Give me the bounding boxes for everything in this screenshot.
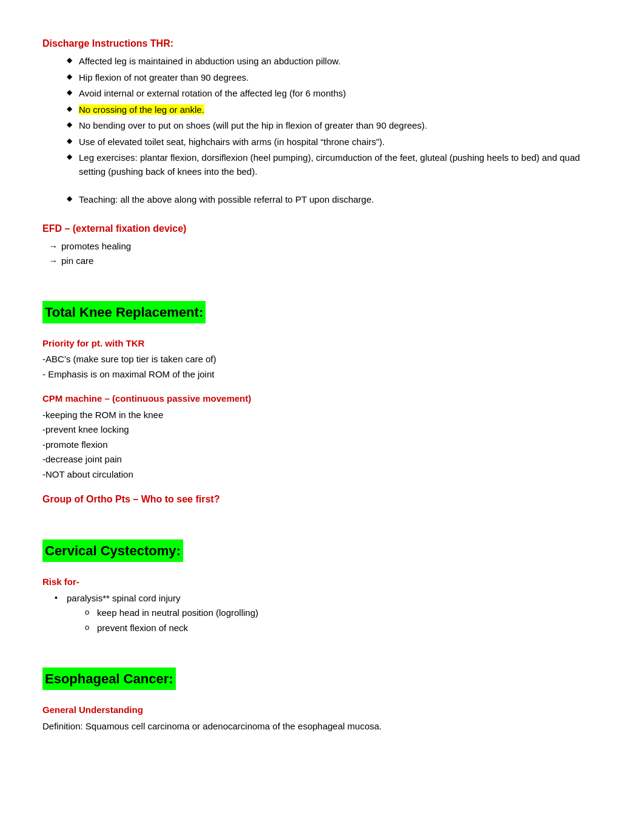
- discharge-instructions-section: Discharge Instructions THR: Affected leg…: [42, 36, 602, 207]
- cpm-item-1: -keeping the ROM in the knee: [42, 408, 602, 422]
- efd-item-2-text: pin care: [61, 254, 93, 268]
- cpm-item-5: -NOT about circulation: [42, 468, 602, 482]
- priority-item-2: - Emphasis is on maximal ROM of the join…: [42, 368, 602, 382]
- highlighted-text: No crossing of the leg or ankle.: [79, 104, 204, 115]
- discharge-bullet-4: No crossing of the leg or ankle.: [67, 103, 602, 117]
- group-label: Group of Ortho Pts – Who to see first?: [42, 492, 602, 507]
- efd-section: EFD – (external fixation device) → promo…: [42, 221, 602, 268]
- cervical-bullet-1: paralysis** spinal cord injury keep head…: [55, 592, 602, 635]
- cervical-sub-2: prevent flexion of neck: [85, 621, 602, 635]
- efd-title: EFD – (external fixation device): [42, 221, 602, 236]
- esophageal-definition: Definition: Squamous cell carcinoma or a…: [42, 720, 602, 734]
- cpm-label: CPM machine – (continuous passive moveme…: [42, 392, 602, 406]
- arrow-icon-1: →: [49, 240, 58, 254]
- efd-item-2: → pin care: [49, 254, 602, 268]
- discharge-bullet-list: Affected leg is maintained in abduction …: [42, 55, 602, 178]
- discharge-bullet-6: Use of elevated toilet seat, highchairs …: [67, 135, 602, 149]
- discharge-title: Discharge Instructions THR:: [42, 36, 602, 51]
- discharge-bullet-1: Affected leg is maintained in abduction …: [67, 55, 602, 69]
- arrow-icon-2: →: [49, 254, 58, 268]
- cervical-bullet-list: paralysis** spinal cord injury keep head…: [42, 592, 602, 635]
- tkr-section: Total Knee Replacement: Priority for pt.…: [42, 301, 602, 507]
- cpm-item-3: -promote flexion: [42, 438, 602, 452]
- efd-item-1: → promotes healing: [49, 240, 602, 254]
- discharge-teaching-list: Teaching: all the above along with possi…: [42, 193, 602, 207]
- cervical-paralysis-text: paralysis** spinal cord injury: [67, 593, 181, 603]
- esophageal-section: Esophageal Cancer: General Understanding…: [42, 668, 602, 733]
- cervical-title: Cervical Cystectomy:: [42, 539, 183, 562]
- esophageal-title: Esophageal Cancer:: [42, 668, 176, 690]
- efd-item-1-text: promotes healing: [61, 240, 131, 254]
- discharge-bullet-3: Avoid internal or external rotation of t…: [67, 87, 602, 101]
- discharge-bullet-8: Teaching: all the above along with possi…: [67, 193, 602, 207]
- tkr-title: Total Knee Replacement:: [42, 301, 206, 323]
- priority-item-1: -ABC’s (make sure top tier is taken care…: [42, 353, 602, 367]
- cervical-sub-list: keep head in neutral position (logrollin…: [67, 606, 602, 635]
- priority-label: Priority for pt. with TKR: [42, 337, 602, 351]
- cervical-section: Cervical Cystectomy: Risk for- paralysis…: [42, 539, 602, 635]
- discharge-bullet-2: Hip flexion of not greater than 90 degre…: [67, 71, 602, 85]
- cpm-item-2: -prevent knee locking: [42, 423, 602, 437]
- cervical-sub-1: keep head in neutral position (logrollin…: [85, 606, 602, 620]
- general-understanding-label: General Understanding: [42, 703, 602, 717]
- risk-for-label: Risk for-: [42, 575, 602, 589]
- discharge-bullet-7: Leg exercises: plantar flexion, dorsifle…: [67, 151, 602, 178]
- discharge-bullet-5: No bending over to put on shoes (will pu…: [67, 119, 602, 133]
- cpm-item-4: -decrease joint pain: [42, 453, 602, 467]
